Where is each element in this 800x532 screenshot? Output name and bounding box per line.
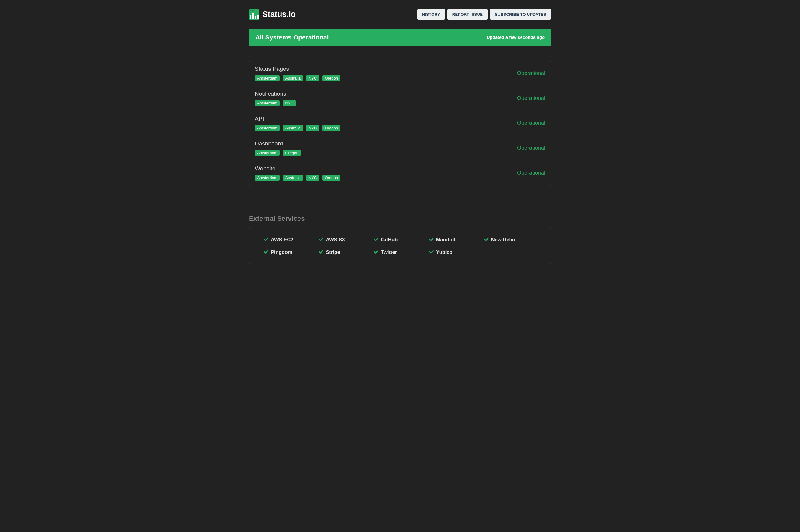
external-service-name: Twitter: [381, 249, 397, 255]
external-service-item: Yubico: [429, 249, 481, 255]
status-banner-title: All Systems Operational: [255, 34, 329, 41]
external-service-item: AWS EC2: [264, 237, 316, 243]
components-list: Status PagesAmsterdamAustraliaNYCOregonO…: [249, 61, 551, 186]
external-service-name: Mandrill: [436, 237, 455, 243]
header: Status.io HISTORY REPORT ISSUE SUBSCRIBE…: [249, 9, 551, 20]
brand-logo[interactable]: Status.io: [249, 10, 296, 20]
report-issue-button[interactable]: REPORT ISSUE: [448, 9, 488, 20]
check-icon: [319, 237, 324, 242]
component-row: NotificationsAmsterdamNYCOperational: [249, 86, 551, 111]
check-icon: [374, 237, 379, 242]
external-service-item: New Relic: [484, 237, 536, 243]
external-service-name: AWS EC2: [271, 237, 293, 243]
component-status: Operational: [517, 70, 545, 77]
component-status: Operational: [517, 95, 545, 101]
external-service-name: AWS S3: [326, 237, 345, 243]
component-row: APIAmsterdamAustraliaNYCOregonOperationa…: [249, 111, 551, 136]
location-badge: NYC: [283, 100, 296, 106]
location-badge: NYC: [306, 125, 319, 131]
external-service-name: Yubico: [436, 249, 453, 255]
check-icon: [429, 250, 434, 255]
location-badge: Amsterdam: [255, 125, 280, 131]
external-service-item: Stripe: [319, 249, 371, 255]
external-service-name: Pingdom: [271, 249, 292, 255]
location-badge: Oregon: [323, 175, 341, 181]
check-icon: [429, 237, 434, 242]
component-name: Status Pages: [255, 65, 517, 72]
location-badge: Australia: [283, 75, 303, 81]
check-icon: [484, 237, 489, 242]
external-service-item: AWS S3: [319, 237, 371, 243]
status-banner: All Systems Operational Updated a few se…: [249, 29, 551, 46]
external-service-name: Stripe: [326, 249, 340, 255]
external-service-item: GitHub: [374, 237, 426, 243]
external-service-name: GitHub: [381, 237, 398, 243]
check-icon: [264, 250, 269, 255]
location-badge: Australia: [283, 125, 303, 131]
component-status: Operational: [517, 170, 545, 176]
brand-name: Status.io: [262, 10, 296, 19]
component-locations: AmsterdamAustraliaNYCOregon: [255, 175, 517, 181]
location-badge: NYC: [306, 75, 319, 81]
external-service-item: Twitter: [374, 249, 426, 255]
bar-chart-icon: [249, 10, 259, 20]
component-name: Notifications: [255, 91, 517, 97]
external-services-heading: External Services: [249, 215, 551, 223]
component-locations: AmsterdamOregon: [255, 150, 517, 156]
location-badge: NYC: [306, 175, 319, 181]
location-badge: Amsterdam: [255, 175, 280, 181]
component-name: API: [255, 115, 517, 122]
location-badge: Oregon: [323, 75, 341, 81]
component-name: Website: [255, 165, 517, 172]
check-icon: [374, 250, 379, 255]
component-name: Dashboard: [255, 140, 517, 147]
location-badge: Amsterdam: [255, 100, 280, 106]
component-row: Status PagesAmsterdamAustraliaNYCOregonO…: [249, 61, 551, 86]
location-badge: Australia: [283, 175, 303, 181]
check-icon: [319, 250, 324, 255]
component-status: Operational: [517, 145, 545, 151]
location-badge: Amsterdam: [255, 75, 280, 81]
status-banner-updated: Updated a few seconds ago: [487, 35, 545, 40]
external-service-item: Mandrill: [429, 237, 481, 243]
location-badge: Oregon: [283, 150, 301, 156]
external-service-item: Pingdom: [264, 249, 316, 255]
component-locations: AmsterdamNYC: [255, 100, 517, 106]
component-row: DashboardAmsterdamOregonOperational: [249, 136, 551, 161]
external-services-box: AWS EC2AWS S3GitHubMandrillNew RelicPing…: [249, 228, 551, 264]
subscribe-button[interactable]: SUBSCRIBE TO UPDATES: [490, 9, 551, 20]
component-status: Operational: [517, 120, 545, 126]
component-row: WebsiteAmsterdamAustraliaNYCOregonOperat…: [249, 161, 551, 186]
external-service-name: New Relic: [491, 237, 515, 243]
location-badge: Amsterdam: [255, 150, 280, 156]
component-locations: AmsterdamAustraliaNYCOregon: [255, 125, 517, 131]
nav-buttons: HISTORY REPORT ISSUE SUBSCRIBE TO UPDATE…: [417, 9, 551, 20]
history-button[interactable]: HISTORY: [417, 9, 445, 20]
component-locations: AmsterdamAustraliaNYCOregon: [255, 75, 517, 81]
check-icon: [264, 237, 269, 242]
location-badge: Oregon: [323, 125, 341, 131]
